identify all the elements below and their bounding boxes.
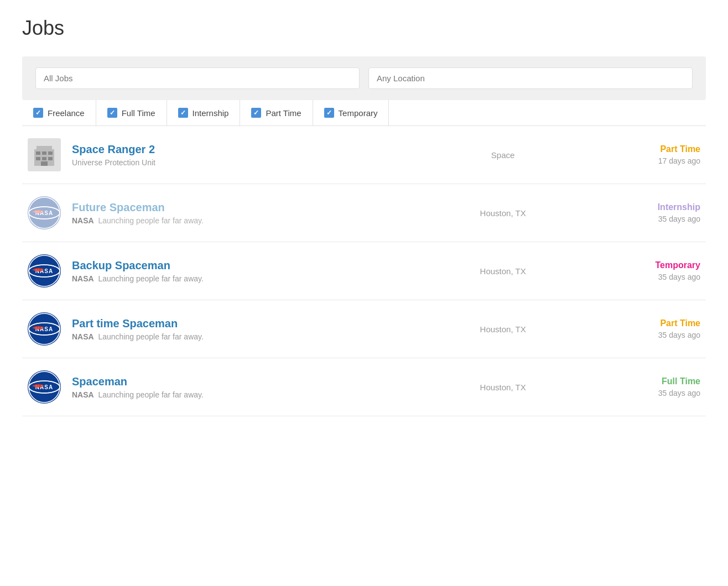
company-logo (28, 138, 61, 171)
job-info: Spaceman NASA Launching people far far a… (72, 375, 372, 399)
job-location: Houston, TX (383, 325, 623, 334)
job-meta: Full Time 35 days ago (634, 376, 700, 397)
job-title[interactable]: Backup Spaceman (72, 259, 372, 272)
filter-temporary[interactable]: Temporary (313, 100, 389, 125)
temporary-checkbox[interactable] (324, 108, 334, 118)
svg-rect-7 (42, 157, 46, 160)
job-meta: Temporary 35 days ago (634, 260, 700, 281)
job-meta: Part Time 35 days ago (634, 318, 700, 339)
job-company: NASA Launching people far far away. (72, 274, 372, 283)
svg-rect-2 (37, 146, 52, 150)
job-meta: Part Time 17 days ago (634, 144, 700, 165)
svg-rect-4 (42, 151, 46, 155)
job-title[interactable]: Space Ranger 2 (72, 143, 372, 156)
job-list-item[interactable]: NASA Part time Spaceman NASA Launching p… (22, 300, 706, 358)
job-company: Universe Protection Unit (72, 158, 372, 167)
job-location: Space (383, 150, 623, 160)
job-type-badge: Part Time (634, 318, 700, 328)
filter-bar: Freelance Full Time Internship Part Time… (22, 100, 706, 126)
job-company: NASA Launching people far far away. (72, 332, 372, 341)
job-meta: Internship 35 days ago (634, 202, 700, 223)
filter-internship[interactable]: Internship (167, 100, 241, 125)
company-logo: NASA (28, 196, 61, 229)
job-title[interactable]: Future Spaceman (72, 201, 372, 214)
internship-label: Internship (193, 108, 229, 118)
job-list-item[interactable]: NASA Spaceman NASA Launching people far … (22, 358, 706, 416)
company-logo: NASA (28, 312, 61, 346)
job-title[interactable]: Spaceman (72, 375, 372, 388)
freelance-label: Freelance (48, 108, 85, 118)
job-days-ago: 35 days ago (634, 214, 700, 223)
svg-rect-9 (41, 161, 48, 166)
svg-rect-6 (36, 157, 40, 160)
job-type-badge: Internship (634, 202, 700, 212)
filter-parttime[interactable]: Part Time (240, 100, 313, 125)
job-days-ago: 35 days ago (634, 273, 700, 281)
job-info: Future Spaceman NASA Launching people fa… (72, 201, 372, 225)
company-logo: NASA (28, 254, 61, 287)
internship-checkbox[interactable] (178, 108, 188, 118)
parttime-checkbox[interactable] (251, 108, 261, 118)
job-list: Space Ranger 2 Universe Protection Unit … (22, 126, 706, 416)
filter-freelance[interactable]: Freelance (22, 100, 96, 125)
page-title: Jobs (22, 17, 706, 40)
job-location: Houston, TX (383, 208, 623, 218)
search-bar (22, 56, 706, 100)
job-info: Backup Spaceman NASA Launching people fa… (72, 259, 372, 283)
company-logo: NASA (28, 370, 61, 404)
job-type-badge: Part Time (634, 144, 700, 154)
svg-rect-5 (48, 151, 53, 155)
job-location: Houston, TX (383, 266, 623, 276)
svg-rect-3 (36, 151, 40, 155)
job-location: Houston, TX (383, 383, 623, 392)
job-type-badge: Full Time (634, 376, 700, 386)
job-company: NASA Launching people far far away. (72, 390, 372, 399)
search-jobs-input[interactable] (35, 67, 360, 89)
filter-fulltime[interactable]: Full Time (96, 100, 167, 125)
job-days-ago: 35 days ago (634, 331, 700, 339)
freelance-checkbox[interactable] (33, 108, 43, 118)
job-list-item[interactable]: NASA Future Spaceman NASA Launching peop… (22, 184, 706, 242)
job-days-ago: 17 days ago (634, 156, 700, 165)
temporary-label: Temporary (339, 108, 378, 118)
job-type-badge: Temporary (634, 260, 700, 270)
job-days-ago: 35 days ago (634, 389, 700, 397)
search-location-input[interactable] (368, 67, 693, 89)
fulltime-label: Full Time (122, 108, 155, 118)
job-list-item[interactable]: NASA Backup Spaceman NASA Launching peop… (22, 242, 706, 300)
job-list-item[interactable]: Space Ranger 2 Universe Protection Unit … (22, 126, 706, 184)
parttime-label: Part Time (266, 108, 301, 118)
job-title[interactable]: Part time Spaceman (72, 317, 372, 330)
job-info: Part time Spaceman NASA Launching people… (72, 317, 372, 341)
svg-rect-8 (48, 157, 53, 160)
job-company: NASA Launching people far far away. (72, 216, 372, 225)
fulltime-checkbox[interactable] (107, 108, 117, 118)
job-info: Space Ranger 2 Universe Protection Unit (72, 143, 372, 167)
